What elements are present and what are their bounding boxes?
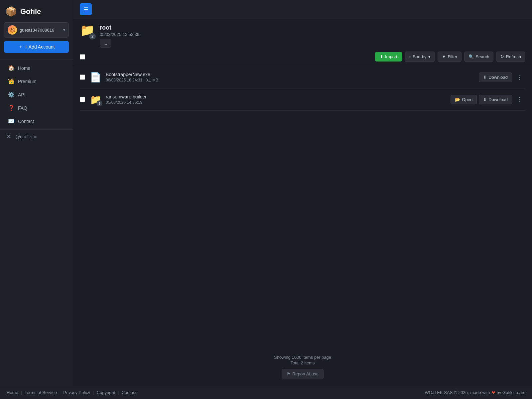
question-icon: ❓: [8, 105, 15, 111]
download-icon: ⬇: [483, 75, 487, 80]
open-button[interactable]: 📂 Open: [451, 95, 477, 104]
refresh-icon: ↻: [500, 54, 504, 59]
heart-icon: ❤: [491, 390, 495, 395]
folder-date: 05/03/2025 13:53:39: [100, 32, 525, 37]
sort-label: Sort by: [413, 54, 426, 59]
account-selector[interactable]: 🍪 guest1347088616 ▾: [4, 22, 69, 38]
sidebar-nav: 🏠 Home 👑 Premium ⚙️ API ❓ FAQ ✉️ Contact: [0, 61, 73, 128]
chevron-down-icon: ▾: [63, 28, 65, 32]
file-list: 📄 BootstrapperNew.exe 06/03/2025 18:24:3…: [73, 66, 532, 348]
folder-header: 📁 2 root 05/03/2025 13:53:39 ...: [73, 19, 532, 48]
table-row: 📁 1 ransomware builder 05/03/2025 14:56:…: [80, 88, 525, 111]
download-label: Download: [488, 97, 508, 102]
sidebar-item-label: Home: [18, 66, 30, 71]
main-content: ☰ 📁 2 root 05/03/2025 13:53:39 ... ⬆ Imp…: [73, 0, 532, 386]
file-icon-wrap: 📁 1: [89, 93, 102, 106]
file-checkbox[interactable]: [80, 74, 85, 80]
folder-info: root 05/03/2025 13:53:39 ...: [100, 24, 525, 48]
social-link-twitter[interactable]: ✕ @gofile_io: [0, 131, 73, 142]
file-name: BootstrapperNew.exe: [106, 72, 475, 77]
download-button[interactable]: ⬇ Download: [479, 95, 512, 104]
folder-name: root: [100, 24, 525, 31]
select-all-checkbox[interactable]: [80, 54, 85, 60]
sidebar-item-label: FAQ: [18, 105, 27, 111]
file-checkbox[interactable]: [80, 97, 85, 102]
import-button[interactable]: ⬆ Import: [375, 52, 402, 62]
home-icon: 🏠: [8, 65, 15, 71]
search-label: Search: [475, 54, 489, 59]
import-icon: ⬆: [380, 54, 383, 59]
sort-button[interactable]: ↕ Sort by ▾: [405, 52, 435, 62]
import-label: Import: [385, 54, 397, 59]
items-per-page-text: Showing 1000 items per page: [80, 355, 525, 360]
folder-icon-container: 📁 2: [80, 24, 95, 40]
action-bar: ⬆ Import ↕ Sort by ▾ ▼ Filter 🔍 Search ↻…: [73, 48, 532, 66]
gear-icon: ⚙️: [8, 91, 15, 98]
open-icon: 📂: [455, 97, 460, 102]
envelope-icon: ✉️: [8, 118, 15, 124]
footer-link-privacy[interactable]: Privacy Policy: [61, 390, 93, 395]
footer-right: WOJTEK SAS © 2025, made with ❤ by Gofile…: [425, 390, 525, 395]
download-label: Download: [488, 75, 508, 80]
filter-icon: ▼: [442, 54, 446, 59]
footer-copyright-text: WOJTEK SAS © 2025, made with: [425, 390, 490, 395]
total-items-text: Total 2 items: [80, 360, 525, 365]
sidebar-item-home[interactable]: 🏠 Home: [3, 62, 70, 74]
top-bar: ☰: [73, 0, 532, 19]
pagination-info: Showing 1000 items per page Total 2 item…: [73, 348, 532, 386]
footer-link-copyright[interactable]: Copyright: [94, 390, 118, 395]
report-abuse-button[interactable]: ⚑ Report Abuse: [282, 369, 324, 379]
file-details: ransomware builder 05/03/2025 14:56:19: [106, 94, 447, 105]
report-abuse-label: Report Abuse: [292, 371, 319, 376]
sidebar: 📦 Gofile 🍪 guest1347088616 ▾ ＋ + Add Acc…: [0, 0, 73, 386]
sidebar-divider: [0, 60, 73, 60]
social-label: @gofile_io: [15, 134, 37, 139]
folder-count-badge: 1: [96, 100, 102, 106]
avatar: 🍪: [8, 25, 17, 35]
folder-more-button[interactable]: ...: [100, 39, 111, 48]
hamburger-icon: ☰: [83, 6, 88, 13]
logo-area: 📦 Gofile: [0, 0, 73, 22]
hamburger-button[interactable]: ☰: [80, 3, 92, 15]
logo-icon: 📦: [5, 6, 17, 17]
search-button[interactable]: 🔍 Search: [464, 52, 493, 62]
file-actions: ⬇ Download ⋮: [479, 72, 525, 82]
add-account-label: + Add Account: [25, 44, 55, 50]
sidebar-item-label: Premium: [18, 79, 37, 84]
more-options-button[interactable]: ⋮: [514, 94, 525, 104]
more-options-button[interactable]: ⋮: [514, 72, 525, 82]
file-type-icon: 📄: [90, 72, 101, 83]
download-icon: ⬇: [483, 97, 487, 102]
x-icon: ✕: [5, 134, 12, 140]
file-actions: 📂 Open ⬇ Download ⋮: [451, 94, 525, 104]
logo-text: Gofile: [20, 7, 41, 16]
refresh-label: Refresh: [506, 54, 521, 59]
table-row: 📄 BootstrapperNew.exe 06/03/2025 18:24:3…: [80, 66, 525, 88]
file-name: ransomware builder: [106, 94, 447, 99]
flag-icon: ⚑: [287, 371, 291, 376]
sidebar-item-contact[interactable]: ✉️ Contact: [3, 115, 70, 128]
search-icon: 🔍: [468, 54, 474, 59]
filter-button[interactable]: ▼ Filter: [438, 52, 462, 62]
account-name: guest1347088616: [20, 28, 61, 33]
file-details: BootstrapperNew.exe 06/03/2025 18:24:31 …: [106, 72, 475, 82]
file-meta: 05/03/2025 14:56:19: [106, 100, 447, 105]
file-meta: 06/03/2025 18:24:31 3.1 MB: [106, 78, 475, 82]
footer: Home | Terms of Service | Privacy Policy…: [0, 386, 532, 399]
sidebar-item-faq[interactable]: ❓ FAQ: [3, 101, 70, 114]
footer-links: Home | Terms of Service | Privacy Policy…: [7, 390, 139, 395]
file-icon-wrap: 📄: [89, 71, 102, 83]
add-account-button[interactable]: ＋ + Add Account: [4, 41, 69, 53]
footer-made-by: by Gofile Team: [497, 390, 525, 395]
refresh-button[interactable]: ↻ Refresh: [496, 52, 525, 62]
sort-chevron-icon: ▾: [428, 54, 431, 59]
folder-badge: 2: [89, 33, 96, 40]
download-button[interactable]: ⬇ Download: [479, 72, 512, 82]
footer-link-contact[interactable]: Contact: [119, 390, 139, 395]
open-label: Open: [462, 97, 472, 102]
footer-link-home[interactable]: Home: [7, 390, 21, 395]
sidebar-item-premium[interactable]: 👑 Premium: [3, 75, 70, 88]
footer-link-terms[interactable]: Terms of Service: [22, 390, 60, 395]
plus-icon: ＋: [18, 44, 23, 50]
sidebar-item-api[interactable]: ⚙️ API: [3, 88, 70, 101]
